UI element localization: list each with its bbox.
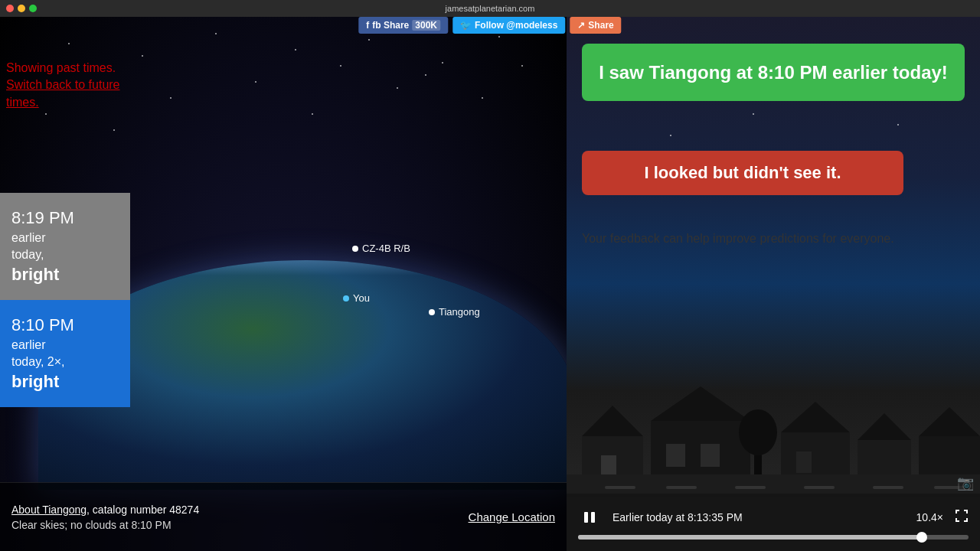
time-810-label2: today, 2×, — [11, 355, 119, 369]
svg-point-8 — [739, 409, 777, 455]
svg-marker-10 — [781, 402, 850, 432]
svg-marker-4 — [651, 386, 750, 421]
time-810: 8:10 PM — [11, 315, 119, 335]
main-container: CZ-4B R/B You Tiangong Showing past time… — [0, 17, 980, 551]
svg-rect-2 — [601, 455, 616, 474]
time-819-bright: bright — [11, 265, 119, 285]
progress-bar-fill — [578, 535, 922, 540]
green-confirmation-banner[interactable]: I saw Tiangong at 8:10 PM earlier today! — [582, 44, 965, 101]
change-location-button[interactable]: Change Location — [469, 510, 555, 523]
share-bar: f fb Share 300K 🐦 Follow @modeless ↗ Sha… — [358, 17, 621, 34]
skies-status: Clear skies; no clouds at 8:10 PM — [11, 519, 438, 531]
fb-label: fb Share — [372, 20, 409, 31]
maximize-dot[interactable] — [29, 5, 37, 12]
video-speed-display: 10.4× — [916, 511, 943, 523]
time-810-label1: earlier — [11, 338, 119, 352]
cz4b-label: CZ-4B R/B — [362, 243, 410, 254]
catalog-line: About Tiangong, catalog number 48274 — [11, 504, 438, 516]
svg-rect-25 — [591, 512, 595, 523]
svg-rect-20 — [735, 486, 766, 489]
browser-window-controls — [6, 5, 37, 12]
sidebar-times: 8:19 PM earlier today, bright 8:10 PM ea… — [0, 193, 130, 407]
switch-back-link[interactable]: Switch back to future times. — [6, 78, 120, 108]
progress-handle[interactable] — [916, 532, 927, 543]
you-label: You — [353, 292, 370, 304]
catalog-number: , catalog number 48274 — [87, 504, 199, 516]
time-819-label2: today, — [11, 248, 119, 262]
svg-marker-1 — [582, 406, 643, 436]
svg-marker-13 — [858, 413, 911, 440]
feedback-text: Your feedback can help improve predictio… — [582, 230, 965, 248]
cz4b-object: CZ-4B R/B — [352, 243, 410, 254]
bottom-info-text: About Tiangong, catalog number 48274 Cle… — [11, 504, 438, 531]
tiangong-object: Tiangong — [429, 306, 480, 318]
svg-rect-18 — [605, 486, 635, 489]
fb-count: 300K — [412, 20, 440, 31]
svg-rect-21 — [804, 486, 835, 489]
past-times-notice: Showing past times. Switch back to futur… — [6, 60, 125, 111]
bottom-info-bar: About Tiangong, catalog number 48274 Cle… — [0, 482, 567, 551]
svg-rect-24 — [584, 512, 588, 523]
time-819: 8:19 PM — [11, 208, 119, 228]
house-silhouettes-svg — [567, 344, 980, 497]
share-button[interactable]: ↗ Share — [570, 17, 621, 34]
progress-bar[interactable] — [578, 535, 969, 540]
tiangong-label: Tiangong — [439, 306, 480, 318]
camera-icon: 📷 — [957, 474, 974, 491]
url-bar[interactable]: jamesatplanetarian.com — [446, 4, 535, 13]
browser-bar: jamesatplanetarian.com — [0, 0, 980, 17]
twitter-icon: 🐦 — [460, 20, 472, 31]
fb-icon: f — [366, 20, 369, 31]
tiangong-dot — [429, 309, 435, 315]
pause-button[interactable] — [578, 506, 601, 529]
pause-icon — [582, 510, 597, 525]
right-panel: I saw Tiangong at 8:10 PM earlier today!… — [567, 17, 980, 551]
time-slot-819[interactable]: 8:19 PM earlier today, bright — [0, 193, 130, 300]
minimize-dot[interactable] — [18, 5, 25, 12]
facebook-share-button[interactable]: f fb Share 300K — [358, 17, 448, 34]
you-object: You — [343, 292, 370, 304]
cz4b-dot — [352, 246, 358, 252]
video-controls: Earlier today at 8:13:35 PM 10.4× — [567, 494, 980, 551]
svg-marker-15 — [919, 407, 980, 436]
you-dot — [343, 295, 349, 302]
time-slot-810[interactable]: 8:10 PM earlier today, 2×, bright — [0, 300, 130, 407]
feedback-message: Your feedback can help improve predictio… — [582, 232, 894, 245]
red-denial-banner[interactable]: I looked but didn't see it. — [582, 151, 903, 195]
time-819-label1: earlier — [11, 231, 119, 245]
red-banner-text: I looked but didn't see it. — [597, 163, 888, 183]
showing-text: Showing past times. — [6, 61, 116, 74]
close-dot[interactable] — [6, 5, 14, 12]
time-810-bright: bright — [11, 372, 119, 392]
video-time-display: Earlier today at 8:13:35 PM — [612, 511, 905, 523]
svg-rect-5 — [666, 444, 685, 467]
share-label: Share — [588, 20, 613, 31]
svg-rect-6 — [701, 444, 720, 467]
video-controls-top: Earlier today at 8:13:35 PM 10.4× — [578, 506, 969, 529]
svg-rect-19 — [666, 486, 697, 489]
svg-rect-11 — [796, 452, 812, 473]
fullscreen-icon — [955, 509, 969, 523]
left-panel: CZ-4B R/B You Tiangong Showing past time… — [0, 17, 567, 551]
twitter-label: Follow @modeless — [475, 20, 557, 31]
fullscreen-button[interactable] — [955, 509, 969, 526]
svg-rect-22 — [873, 486, 903, 489]
share-icon: ↗ — [577, 20, 585, 31]
twitter-follow-button[interactable]: 🐦 Follow @modeless — [452, 17, 565, 34]
green-banner-text: I saw Tiangong at 8:10 PM earlier today! — [597, 60, 949, 84]
about-tiangong-link[interactable]: About Tiangong — [11, 504, 87, 516]
